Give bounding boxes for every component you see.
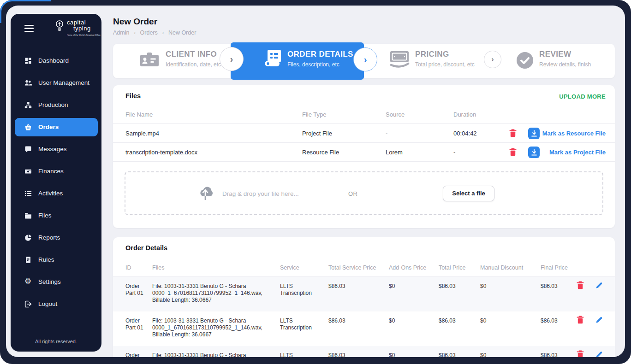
sidebar-item-finances[interactable]: Finances xyxy=(15,162,98,181)
step-order-details[interactable]: ORDER DETAILS Files, description, etc xyxy=(263,44,362,78)
sidebar-item-files[interactable]: Files xyxy=(15,206,98,225)
delete-order-part-button[interactable] xyxy=(577,316,584,324)
order-part-service: LLTS Transcription xyxy=(280,317,324,331)
sitemap-icon xyxy=(24,101,32,109)
step-subtitle: Total price, discount, etc xyxy=(415,61,475,68)
receipt-icon xyxy=(263,49,282,70)
order-part-files: File: 1003-31-3331 Benuto G - Schara 000… xyxy=(152,317,271,338)
delete-file-button[interactable] xyxy=(509,148,517,156)
column-header-manual-discount: Manual Discount xyxy=(480,264,523,271)
file-duration: 00:04:42 xyxy=(453,124,477,143)
file-source: Lorem xyxy=(386,143,403,162)
logout-icon xyxy=(24,300,32,308)
stepper-chevron-1[interactable]: › xyxy=(220,47,244,71)
addons-price: $0 xyxy=(389,352,395,357)
sidebar-item-messages[interactable]: Messages xyxy=(15,140,98,159)
logo-word-2: typing xyxy=(73,25,101,31)
sidebar-item-rules[interactable]: Rules xyxy=(15,251,98,269)
chat-icon xyxy=(24,146,32,153)
mark-as-resource-link[interactable]: Mark as Resource File xyxy=(542,124,606,143)
sidebar-item-orders[interactable]: Orders xyxy=(15,118,98,136)
step-title: REVIEW xyxy=(539,50,571,59)
file-name: Sample.mp4 xyxy=(125,124,159,143)
download-file-button[interactable] xyxy=(528,147,540,158)
sidebar-item-dashboard[interactable]: Dashboard xyxy=(15,52,98,70)
sidebar-item-logout[interactable]: Logout xyxy=(15,295,98,313)
chevron-right-icon: › xyxy=(491,55,494,64)
delete-order-part-button[interactable] xyxy=(577,281,584,289)
order-part-row: Order Part 01 File: 1003-31-3331 Benuto … xyxy=(113,311,615,346)
breadcrumb-admin[interactable]: Admin xyxy=(113,29,129,36)
manual-discount: $0 xyxy=(480,352,486,357)
dropzone-or-text: OR xyxy=(348,190,358,197)
gear-icon: ⚙ xyxy=(24,278,32,286)
order-part-id: Order Part 01 xyxy=(125,317,149,331)
sidebar-item-reports[interactable]: Reports xyxy=(15,229,98,247)
sidebar-item-activities[interactable]: Activities xyxy=(15,184,98,203)
sidebar-item-label: Dashboard xyxy=(38,52,69,70)
file-dropzone[interactable]: Drag & drop your file here... OR Select … xyxy=(125,171,603,215)
list-icon xyxy=(24,190,32,197)
breadcrumb-separator: › xyxy=(159,29,167,36)
basket-icon xyxy=(24,123,32,131)
manual-discount: $0 xyxy=(480,317,486,324)
stepper-chevron-3[interactable]: › xyxy=(484,51,501,68)
banknote-icon xyxy=(389,51,410,70)
delete-order-part-button[interactable] xyxy=(577,350,584,357)
download-file-button[interactable] xyxy=(528,128,540,139)
order-part-service: LLTS Transcription xyxy=(280,283,324,297)
column-header-file-name: File Name xyxy=(125,111,153,118)
step-client-info[interactable]: CLIENT INFO Identification, date, etc xyxy=(139,44,232,78)
pencil-icon xyxy=(595,350,603,357)
sidebar-item-label: Logout xyxy=(38,295,57,313)
total-price: $86.03 xyxy=(439,283,456,290)
logo-tagline: Home of the World's Smartest Office xyxy=(67,32,101,38)
cash-icon xyxy=(24,168,32,175)
id-card-icon xyxy=(139,52,160,69)
file-type: Project File xyxy=(302,124,332,143)
edit-order-part-button[interactable] xyxy=(595,316,603,323)
delete-file-button[interactable] xyxy=(509,129,517,137)
chevron-right-icon: › xyxy=(364,54,367,65)
mark-as-project-link[interactable]: Mark as Project File xyxy=(549,143,606,162)
total-service-price: $86.03 xyxy=(328,283,345,290)
order-part-row: Order Part 01 File: 1003-31-3331 Benuto … xyxy=(113,346,615,357)
breadcrumb-orders[interactable]: Orders xyxy=(140,29,158,36)
column-header-id: ID xyxy=(125,264,131,271)
stepper-chevron-2[interactable]: › xyxy=(353,47,377,71)
sidebar-item-label: Reports xyxy=(38,229,60,247)
breadcrumb-separator: › xyxy=(131,29,138,36)
final-price: $86.03 xyxy=(541,317,558,324)
sidebar-item-label: User Management xyxy=(38,74,89,92)
step-pricing[interactable]: PRICING Total price, discount, etc xyxy=(389,44,486,78)
order-part-row: Order Part 01 File: 1003-31-3331 Benuto … xyxy=(113,277,615,311)
sidebar-item-label: Activities xyxy=(38,184,63,203)
copyright-text: All rights reserved. xyxy=(11,339,101,344)
app-logo[interactable]: capital typing Home of the World's Smart… xyxy=(54,19,101,38)
sidebar-item-user-management[interactable]: User Management xyxy=(15,74,98,92)
dropzone-hint-text: Drag & drop your file here... xyxy=(222,190,299,197)
column-header-duration: Duration xyxy=(453,111,476,118)
pencil-icon xyxy=(595,281,603,289)
sidebar-item-settings[interactable]: ⚙ Settings xyxy=(15,273,98,291)
file-row: transcription-template.docx Resource Fil… xyxy=(113,143,615,162)
column-header-addons-price: Add-Ons Price xyxy=(389,264,426,271)
chevron-right-icon: › xyxy=(230,54,233,65)
pie-chart-icon xyxy=(24,234,32,241)
lightbulb-icon xyxy=(54,19,65,33)
order-details-section: Order Details ID Files Service Total Ser… xyxy=(113,237,615,357)
select-file-button[interactable]: Select a file xyxy=(443,186,494,201)
edit-order-part-button[interactable] xyxy=(595,281,603,289)
sidebar-item-label: Settings xyxy=(38,273,61,291)
download-icon xyxy=(531,130,537,137)
step-review[interactable]: REVIEW Review details, finish xyxy=(516,44,608,78)
hamburger-menu-icon[interactable] xyxy=(24,25,34,34)
step-title: ORDER DETAILS xyxy=(287,50,353,59)
order-part-files: File: 1003-31-3331 Benuto G - Schara 000… xyxy=(152,352,271,357)
upload-more-button[interactable]: UPLOAD MORE xyxy=(559,93,606,100)
download-icon xyxy=(531,149,537,156)
sidebar-item-production[interactable]: Production xyxy=(15,96,98,114)
edit-order-part-button[interactable] xyxy=(595,350,603,357)
column-header-file-type: File Type xyxy=(302,111,327,118)
order-part-files: File: 1003-31-3331 Benuto G - Schara 000… xyxy=(152,283,271,304)
